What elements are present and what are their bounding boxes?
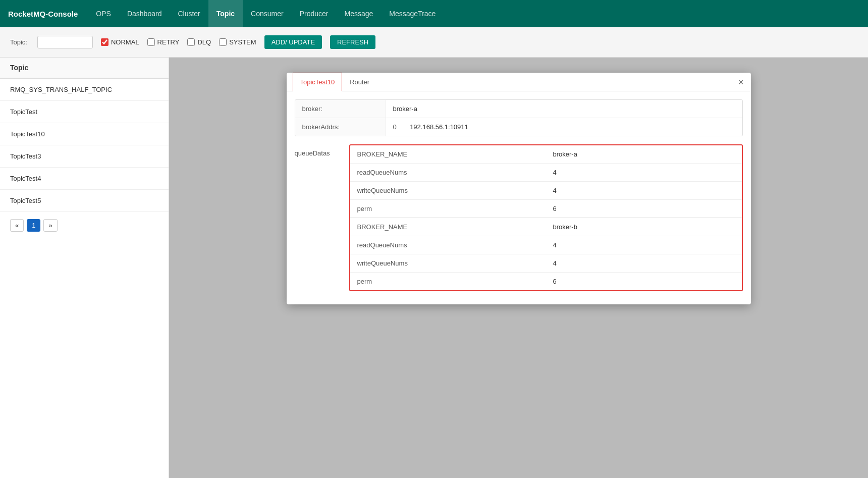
sidebar-header: Topic <box>0 58 169 79</box>
broker-info-section: broker: broker-a brokerAddrs: 0 192.168.… <box>295 99 743 136</box>
write-queue-val-2: 4 <box>546 254 742 273</box>
next-page-button[interactable]: » <box>43 219 57 232</box>
brand-logo: RocketMQ-Console <box>8 10 78 18</box>
system-checkbox[interactable] <box>219 38 227 46</box>
modal-close-button[interactable]: × <box>738 78 744 87</box>
read-queue-key-2: readQueueNums <box>350 236 546 254</box>
nav-item-dashboard[interactable]: Dashboard <box>119 0 170 27</box>
dlq-checkbox-label[interactable]: DLQ <box>187 38 211 46</box>
perm-key-2: perm <box>350 273 546 291</box>
read-queue-val-1: 4 <box>546 164 742 182</box>
write-queue-key-1: writeQueueNums <box>350 182 546 200</box>
read-queue-val-2: 4 <box>546 236 742 254</box>
write-queue-val-1: 4 <box>546 182 742 200</box>
queue-section: queueDatas BROKER_NAME broker-a readQueu… <box>295 144 743 291</box>
broker-row: broker: broker-a <box>295 100 742 118</box>
sidebar-item-1[interactable]: TopicTest <box>0 101 169 123</box>
modal-body: broker: broker-a brokerAddrs: 0 192.168.… <box>287 91 751 304</box>
system-checkbox-label[interactable]: SYSTEM <box>219 38 256 46</box>
addr-index: 0 <box>393 123 408 131</box>
broker-addrs-row: brokerAddrs: 0 192.168.56.1:10911 <box>295 118 742 136</box>
broker-key: broker: <box>295 100 386 118</box>
perm-val-2: 6 <box>546 273 742 291</box>
retry-checkbox[interactable] <box>147 38 155 46</box>
modal-tab-topictest10[interactable]: TopicTest10 <box>293 73 343 91</box>
queue-table-1: BROKER_NAME broker-a readQueueNums 4 wri… <box>350 145 742 218</box>
prev-page-button[interactable]: « <box>10 219 24 232</box>
broker-addrs-key: brokerAddrs: <box>295 118 386 136</box>
normal-checkbox[interactable] <box>101 38 108 46</box>
perm-val-1: 6 <box>546 200 742 218</box>
queue-tables-container: BROKER_NAME broker-a readQueueNums 4 wri… <box>349 144 743 291</box>
current-page-button[interactable]: 1 <box>27 219 40 232</box>
table-row: readQueueNums 4 <box>350 164 742 182</box>
normal-checkbox-label[interactable]: NORMAL <box>101 38 139 46</box>
broker-name-val-1: broker-a <box>546 145 742 164</box>
table-row: perm 6 <box>350 200 742 218</box>
table-row: perm 6 <box>350 273 742 291</box>
sidebar-item-0[interactable]: RMQ_SYS_TRANS_HALF_TOPIC <box>0 79 169 101</box>
modal-tab-router[interactable]: Router <box>342 73 377 91</box>
addr-value: 192.168.56.1:10911 <box>410 123 468 131</box>
broker-addrs-value: 0 192.168.56.1:10911 <box>386 118 742 136</box>
sidebar-item-2[interactable]: TopicTest10 <box>0 123 169 145</box>
sidebar-item-5[interactable]: TopicTest5 <box>0 190 169 212</box>
broker-name-val-2: broker-b <box>546 218 742 236</box>
read-queue-key-1: readQueueNums <box>350 164 546 182</box>
nav-item-ops[interactable]: OPS <box>88 0 119 27</box>
nav-item-producer[interactable]: Producer <box>292 0 337 27</box>
broker-value: broker-a <box>386 100 742 118</box>
retry-checkbox-label[interactable]: RETRY <box>147 38 180 46</box>
pagination: « 1 » <box>0 212 169 239</box>
table-row: writeQueueNums 4 <box>350 182 742 200</box>
modal-dialog: × TopicTest10 Router broker: broker-a <box>287 73 751 304</box>
write-queue-key-2: writeQueueNums <box>350 254 546 273</box>
topic-label: Topic: <box>10 38 27 46</box>
nav-item-consumer[interactable]: Consumer <box>243 0 292 27</box>
nav-item-topic[interactable]: Topic <box>208 0 243 27</box>
table-row: BROKER_NAME broker-a <box>350 145 742 164</box>
main-layout: Topic RMQ_SYS_TRANS_HALF_TOPIC TopicTest… <box>0 58 868 478</box>
perm-key-1: perm <box>350 200 546 218</box>
nav-item-cluster[interactable]: Cluster <box>170 0 208 27</box>
sidebar-item-4[interactable]: TopicTest4 <box>0 168 169 190</box>
content-area: × TopicTest10 Router broker: broker-a <box>169 58 868 478</box>
sidebar-item-3[interactable]: TopicTest3 <box>0 145 169 168</box>
nav-bar: RocketMQ-Console OPS Dashboard Cluster T… <box>0 0 868 27</box>
queue-section-label: queueDatas <box>295 144 345 162</box>
queue-table-2: BROKER_NAME broker-b readQueueNums 4 wri… <box>350 218 742 290</box>
table-row: BROKER_NAME broker-b <box>350 218 742 236</box>
broker-name-key-1: BROKER_NAME <box>350 145 546 164</box>
toolbar: Topic: NORMAL RETRY DLQ SYSTEM ADD/ UPDA… <box>0 27 868 58</box>
nav-item-message[interactable]: Message <box>337 0 382 27</box>
sidebar: Topic RMQ_SYS_TRANS_HALF_TOPIC TopicTest… <box>0 58 169 478</box>
topic-input[interactable] <box>37 36 93 48</box>
modal-overlay: × TopicTest10 Router broker: broker-a <box>169 58 868 478</box>
table-row: writeQueueNums 4 <box>350 254 742 273</box>
table-row: readQueueNums 4 <box>350 236 742 254</box>
nav-item-messagetrace[interactable]: MessageTrace <box>381 0 444 27</box>
broker-name-key-2: BROKER_NAME <box>350 218 546 236</box>
refresh-button[interactable]: REFRESH <box>330 35 375 49</box>
add-update-button[interactable]: ADD/ UPDATE <box>264 35 322 49</box>
modal-tabs: TopicTest10 Router <box>287 73 751 91</box>
dlq-checkbox[interactable] <box>187 38 195 46</box>
